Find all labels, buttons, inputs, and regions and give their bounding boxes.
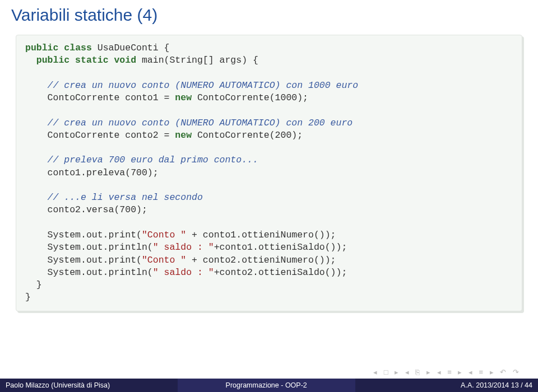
comment: // crea un nuovo conto (NUMERO AUTOMATIC… bbox=[25, 80, 358, 91]
slide-title: Variabili statiche (4) bbox=[0, 0, 538, 35]
comment: // ...e li versa nel secondo bbox=[25, 192, 203, 203]
txt: ContoCorrente(200); bbox=[192, 130, 303, 141]
footer-author: Paolo Milazzo (Università di Pisa) bbox=[0, 379, 178, 392]
txt: System.out.println( bbox=[25, 267, 153, 278]
comment: // crea un nuovo conto (NUMERO AUTOMATIC… bbox=[25, 118, 353, 128]
kw-public: public bbox=[25, 55, 69, 66]
txt: ContoCorrente(1000); bbox=[192, 92, 308, 103]
txt: System.out.println( bbox=[25, 242, 153, 253]
footer-title: Programmazione - OOP-2 bbox=[178, 379, 355, 392]
code-block: public class UsaDueConti { public static… bbox=[16, 35, 522, 311]
kw-static: static bbox=[69, 55, 108, 66]
txt: UsaDueConti { bbox=[92, 43, 170, 53]
kw-new: new bbox=[175, 92, 192, 103]
string: "Conto " bbox=[142, 230, 186, 240]
txt: System.out.print( bbox=[25, 255, 142, 265]
txt: ContoCorrente conto2 = bbox=[25, 130, 175, 141]
string: " saldo : " bbox=[153, 242, 214, 253]
kw-public: public bbox=[25, 43, 58, 53]
string: " saldo : " bbox=[153, 267, 214, 278]
footer-page: A.A. 2013/2014 13 / 44 bbox=[355, 379, 538, 392]
txt: + conto2.ottieniNumero()); bbox=[186, 255, 336, 265]
txt: conto2.versa(700); bbox=[25, 204, 147, 215]
txt: +conto2.ottieniSaldo()); bbox=[214, 267, 347, 278]
txt: + conto1.ottieniNumero()); bbox=[186, 230, 336, 240]
txt: ContoCorrente conto1 = bbox=[25, 92, 175, 103]
footer-bar: Paolo Milazzo (Università di Pisa) Progr… bbox=[0, 379, 538, 392]
kw-class: class bbox=[58, 43, 91, 53]
kw-new: new bbox=[175, 130, 192, 141]
txt: conto1.preleva(700); bbox=[25, 167, 159, 178]
txt: } bbox=[25, 292, 31, 302]
txt: System.out.print( bbox=[25, 230, 142, 240]
txt: } bbox=[25, 279, 42, 290]
code-content: public class UsaDueConti { public static… bbox=[25, 42, 513, 304]
txt: +conto1.ottieniSaldo()); bbox=[214, 242, 347, 253]
nav-icons: ◂ □ ▸ ◂ ⎘ ▸ ◂ ≡ ▸ ◂ ≡ ▸ ↶ ↷ bbox=[373, 368, 521, 376]
txt: main(String[] args) { bbox=[136, 55, 258, 66]
string: "Conto " bbox=[142, 255, 186, 265]
kw-void: void bbox=[109, 55, 137, 66]
comment: // preleva 700 euro dal primo conto... bbox=[25, 155, 258, 165]
